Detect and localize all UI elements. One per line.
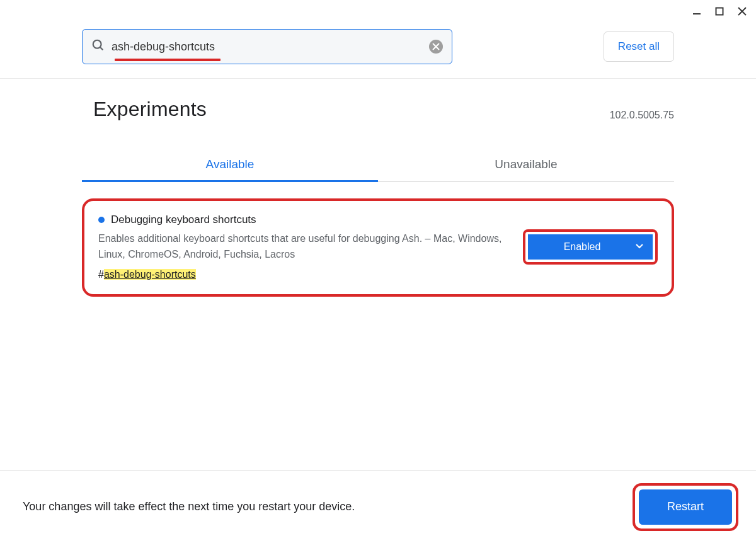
- tab-available[interactable]: Available: [82, 149, 378, 182]
- flag-tag-hash: #: [98, 269, 104, 280]
- title-row: Experiments 102.0.5005.75: [82, 98, 674, 121]
- header-bar: Reset all: [0, 0, 756, 79]
- modified-indicator-icon: [98, 217, 105, 223]
- version-text: 102.0.5005.75: [610, 110, 674, 121]
- flag-title-row: Debugging keyboard shortcuts: [98, 214, 512, 226]
- content-area: Experiments 102.0.5005.75 Available Unav…: [0, 79, 756, 297]
- flag-info: Debugging keyboard shortcuts Enables add…: [98, 214, 512, 280]
- svg-line-5: [100, 47, 103, 50]
- flag-card: Debugging keyboard shortcuts Enables add…: [82, 198, 674, 297]
- svg-point-4: [93, 40, 101, 49]
- svg-rect-1: [716, 8, 723, 15]
- restart-button[interactable]: Restart: [639, 489, 732, 525]
- clear-search-button[interactable]: [429, 40, 443, 54]
- search-wrap: [82, 29, 452, 64]
- search-icon: [91, 38, 105, 55]
- tab-unavailable[interactable]: Unavailable: [378, 149, 674, 182]
- search-input[interactable]: [112, 40, 423, 54]
- flag-state-select[interactable]: Enabled: [528, 234, 653, 260]
- annotation-box-select: Enabled: [523, 229, 658, 265]
- reset-all-button[interactable]: Reset all: [604, 31, 674, 62]
- page-title: Experiments: [93, 98, 207, 121]
- tabs: Available Unavailable: [82, 149, 674, 182]
- window-controls: [690, 5, 748, 18]
- flag-control: Enabled: [523, 214, 658, 280]
- annotation-underline: [115, 59, 220, 61]
- footer-bar: Your changes will take effect the next t…: [0, 470, 756, 543]
- flag-tag[interactable]: #ash-debug-shortcuts: [98, 269, 512, 280]
- flag-title: Debugging keyboard shortcuts: [111, 214, 256, 226]
- minimize-button[interactable]: [690, 5, 703, 18]
- footer-text: Your changes will take effect the next t…: [23, 500, 355, 513]
- flag-description: Enables additional keyboard shortcuts th…: [98, 231, 512, 263]
- maximize-button[interactable]: [713, 5, 726, 18]
- flag-tag-name: ash-debug-shortcuts: [104, 269, 196, 280]
- close-button[interactable]: [736, 5, 748, 18]
- annotation-box-restart: Restart: [633, 483, 738, 531]
